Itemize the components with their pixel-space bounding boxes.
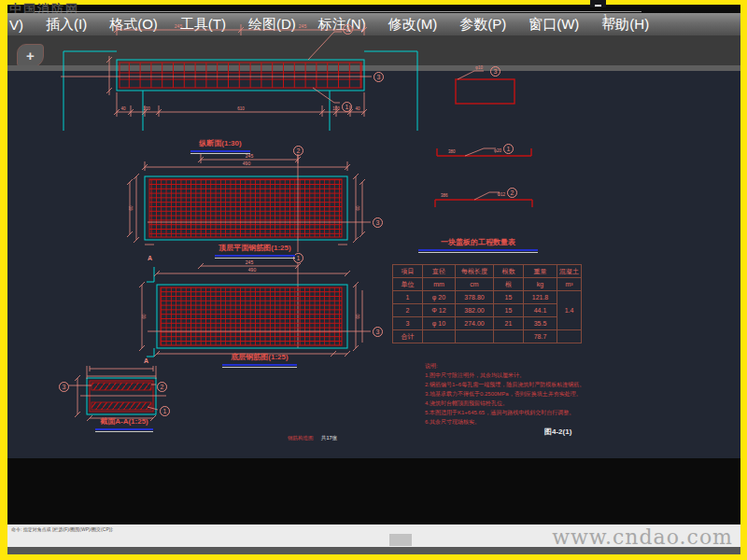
note-line: 1.图中尺寸除注明外，其余均以厘米计。 — [425, 371, 585, 380]
table-row: 3φ 10 274.0021 35.5 — [393, 317, 582, 330]
bar-callout-2: 2 — [343, 24, 353, 35]
section-letter-a: A — [144, 357, 148, 364]
bar-callout-3: 3 — [490, 66, 500, 77]
bar-callout-3: 3 — [373, 217, 383, 228]
dim-label: 610 — [237, 106, 245, 111]
dim-label: 60 — [129, 205, 134, 211]
section-letter-a: A — [148, 255, 152, 261]
table-row: 1φ 20 378.8015 121.81.4 — [393, 291, 582, 304]
dim-label: 490 — [248, 267, 257, 273]
bar-callout-3: 3 — [59, 382, 69, 392]
scrollbar-thumb[interactable] — [389, 534, 412, 546]
dim-label: 245 — [246, 259, 254, 265]
rebar-shape-label: φ20 — [494, 148, 501, 153]
bar-callout-1: 1 — [503, 144, 514, 154]
view-title-text: 顶层平面钢筋图(1:25) — [218, 244, 290, 252]
application-window: 中国消防网 V) 插入(I) 格式(O) 工具(T) 绘图(D) 标注(N) 修… — [0, 0, 747, 560]
table-row: 2Φ 12 382.0015 44.1 — [393, 304, 582, 317]
dim-label: 60 — [142, 314, 147, 319]
status-bar — [7, 547, 740, 554]
footer-sheet-count: 共17张 — [321, 435, 337, 441]
sheet-number-total: 17 — [614, 21, 623, 29]
view-title-section: 截面A-A(1:25) — [95, 416, 153, 432]
bar-callout-2: 2 — [157, 382, 167, 392]
dim-label: 40 — [120, 106, 126, 111]
quantity-table: 项目直径 每根长度根数 重量混凝土 单位mm cm根 kgm³ 1φ 20 37… — [392, 264, 582, 343]
screen-area: 中国消防网 V) 插入(I) 格式(O) 工具(T) 绘图(D) 标注(N) 修… — [7, 5, 740, 554]
sheet-number-current: 1 — [603, 12, 607, 21]
bar-callout-1: 1 — [160, 406, 170, 416]
dim-label: 100 — [143, 106, 150, 111]
note-line: 2.钢筋编号1~6每孔需一端预埋，随后浇筑时严防模板粘连钢筋。 — [425, 380, 585, 389]
bar-callout-3: 3 — [373, 327, 383, 337]
dim-label: 60 — [356, 205, 360, 211]
view-title-text: 纵断面(1:30) — [199, 139, 241, 147]
view-title-top-plan: 顶层平面钢筋图(1:25) — [215, 243, 295, 259]
note-line: 4.浇筑时台帽顶面预留锚栓孔位。 — [425, 399, 585, 408]
drawing-canvas[interactable]: 245 245 40 100 610 100 40 245 490 60 60 … — [7, 5, 740, 458]
sheet-code: 图4-2(1) — [544, 427, 571, 437]
rebar-shape-label: Φ12 — [497, 192, 505, 197]
dim-label: 490 — [243, 161, 251, 166]
dim-label: 245 — [175, 23, 183, 29]
bar-callout-2: 2 — [293, 146, 303, 156]
horizontal-scrollbar[interactable]: 命令: 指定对角点或 [栏选(F)/圈围(WP)/圈交(CP)]: www.cn… — [7, 525, 740, 547]
bar-callout-1: 1 — [342, 102, 352, 112]
table-title-text: 一块盖板的工程数量表 — [441, 238, 515, 246]
dim-label: 245 — [299, 23, 307, 29]
dim-label: 100 — [332, 106, 340, 111]
drawing-notes: 说明: 1.图中尺寸除注明外，其余均以厘米计。 2.钢筋编号1~6每孔需一端预埋… — [425, 361, 585, 427]
bar-callout-3: 3 — [374, 72, 384, 82]
command-line-text: 命令: 指定对角点或 [栏选(F)/圈围(WP)/圈交(CP)]: — [11, 526, 113, 532]
quantity-table-title: 一块盖板的工程数量表 — [418, 237, 538, 253]
bar-callout-2: 2 — [507, 188, 517, 198]
footer-drawing-label: 钢筋构造图 — [288, 435, 314, 441]
notes-heading: 说明: — [425, 361, 585, 371]
view-title-text: 底层钢筋图(1:25) — [231, 353, 288, 361]
note-line: 5.本图适用于K1+645.65，涵洞与路线中线斜交时自行调整。 — [425, 408, 585, 417]
rebar-shape-label: φ10 — [475, 65, 483, 70]
view-title-elevation: 纵断面(1:30) — [190, 138, 250, 154]
table-total-row: 合计 78.7 — [393, 330, 582, 343]
table-unit-row: 单位mm cm根 kgm³ — [393, 278, 582, 291]
view-title-bottom-plan: 底层钢筋图(1:25) — [222, 352, 297, 368]
view-title-text: 截面A-A(1:25) — [100, 417, 148, 426]
note-line: 3.地基承载力不得低于0.2500MPa，否则应换填土并夯实处理。 — [425, 389, 585, 399]
dim-label: 386 — [441, 193, 448, 198]
site-watermark-bottom: www.cndao.com — [552, 525, 733, 549]
dim-label: 40 — [355, 106, 360, 111]
table-header-row: 项目直径 每根长度根数 重量混凝土 — [393, 265, 582, 278]
dim-label: 380 — [448, 149, 456, 154]
note-line: 6.其余尺寸现场核实。 — [425, 417, 585, 427]
dim-label: 60 — [356, 314, 360, 319]
